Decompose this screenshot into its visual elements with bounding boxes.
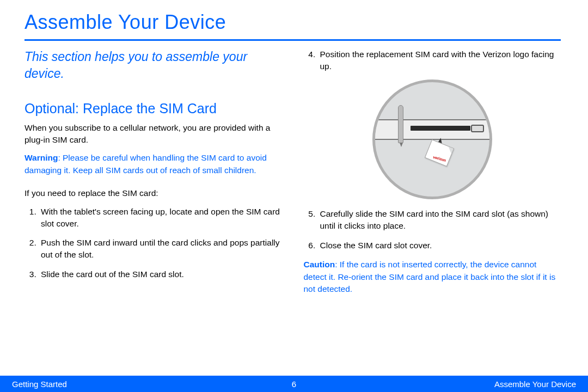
caution-label: Caution [304,260,335,269]
sim-slot-graphic [411,126,470,131]
footer-right: Assemble Your Device [494,379,576,389]
step-item: Slide the card out of the SIM card slot. [39,268,282,280]
steps-list-left: With the tablet's screen facing up, loca… [24,206,282,280]
left-column: This section helps you to assemble your … [24,48,282,307]
step-item: Close the SIM card slot cover. [318,240,561,252]
illustration-container: verizon [304,79,561,199]
footer-left: Getting Started [12,379,67,389]
step-item: Position the replacement SIM card with t… [318,48,561,72]
title-rule [24,39,561,41]
step-item: Push the SIM card inward until the card … [39,237,282,260]
intro-text: This section helps you to assemble your … [24,48,282,82]
replace-intro: If you need to replace the SIM card: [24,187,282,199]
sim-insert-illustration: verizon [372,79,492,199]
page-title: Assemble Your Device [24,11,561,34]
lead-paragraph: When you subscribe to a cellular network… [24,122,282,145]
caution-text: : If the card is not inserted correctly,… [304,260,556,293]
content-columns: This section helps you to assemble your … [24,48,561,307]
caution-note: Caution: If the card is not inserted cor… [304,259,561,295]
warning-text: : Please be careful when handling the SI… [24,153,267,174]
steps-list-right-a: Position the replacement SIM card with t… [304,48,561,72]
manual-page: Assemble Your Device This section helps … [0,0,588,392]
sim-card-graphic: verizon [425,139,454,167]
right-column: Position the replacement SIM card with t… [304,48,561,307]
footer-page-number: 6 [292,379,296,389]
stylus-graphic [398,105,403,143]
page-footer: Getting Started 6 Assemble Your Device [0,376,588,392]
step-item: With the tablet's screen facing up, loca… [39,206,282,229]
warning-note: Warning: Please be careful when handling… [24,152,282,176]
verizon-logo-text: verizon [433,155,446,162]
warning-label: Warning [24,153,58,162]
section-heading: Optional: Replace the SIM Card [24,101,282,117]
steps-list-right-b: Carefully slide the SIM card into the SI… [304,208,561,251]
step-item: Carefully slide the SIM card into the SI… [318,208,561,231]
port-graphic [471,125,484,132]
